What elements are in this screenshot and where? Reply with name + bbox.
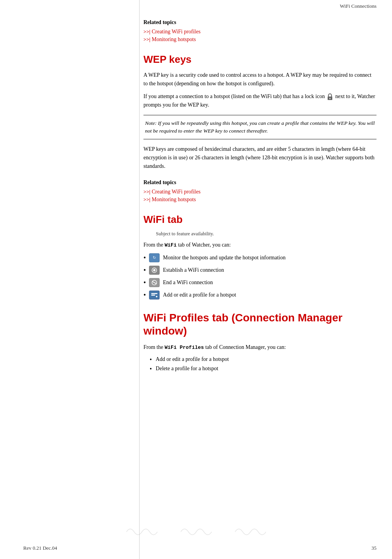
link-text-1-1[interactable]: Creating WiFi profiles [152,29,200,35]
intro-suffix: tab of Connection Manager, you can: [204,344,286,350]
page-content: Related topics >>| Creating WiFi profile… [143,0,376,405]
intro-prefix: From the [143,344,164,350]
svg-rect-11 [151,293,157,294]
connect-icon [149,266,160,275]
wifi-profiles-section: WiFi Profiles tab (Connection Manager wi… [143,311,376,372]
arrow-icon-4: >>| [143,197,150,202]
related-link-1-1[interactable]: >>| Creating WiFi profiles [143,29,376,35]
related-topics-2: Related topics >>| Creating WiFi profile… [143,179,376,203]
wave-left [126,524,157,540]
bullet-item-1: • ↻ Monitor the hotspots and update the … [143,254,376,263]
wave-decoration [0,524,392,540]
footer-rev: Rev 0.21 Dec.04 [23,545,57,551]
wifi-profiles-inline: WiFi Profiles [164,345,204,350]
link-text-2-1[interactable]: Creating WiFi profiles [152,189,200,195]
wave-center [181,524,212,540]
arrow-icon-1: >>| [143,29,150,35]
svg-point-1 [330,98,331,99]
profile-bullet-text-2: Delete a profile for a hotspot [156,366,218,372]
note-text: Note: If you will be repeatedly using th… [145,119,375,135]
page-header: WiFi Connections [0,0,392,12]
link-text-2-2[interactable]: Monitoring hotspots [152,197,196,202]
bullet-text-2: Establish a WiFi connection [163,266,224,274]
svg-rect-12 [151,295,155,296]
profile-bullet-text-1: Add or edit a profile for a hotspot [156,356,229,362]
wifi-profiles-bullets: Add or edit a profile for a hotspot Dele… [150,356,376,373]
related-link-2-2[interactable]: >>| Monitoring hotspots [143,197,376,203]
profile-bullet-2: Delete a profile for a hotspot [150,366,376,373]
related-topics-1: Related topics >>| Creating WiFi profile… [143,19,376,43]
footer-page-number: 35 [371,545,376,551]
svg-text:↻: ↻ [153,255,156,260]
wifi-profiles-heading: WiFi Profiles tab (Connection Manager wi… [143,311,376,337]
arrow-icon-3: >>| [143,189,150,195]
bullet-item-3: • End a WiFi connection [143,279,376,288]
wifi-profiles-intro: From the WiFi Profiles tab of Connection… [143,343,376,352]
bullet-text-3: End a WiFi connection [163,279,213,286]
note-box: Note: If you will be repeatedly using th… [143,115,376,140]
wep-keys-heading: WEP keys [143,53,376,66]
wep-keys-para1: A WEP key is a security code used to con… [143,71,376,88]
link-text-1-2[interactable]: Monitoring hotspots [152,36,196,42]
bullet-text-4: Add or edit a profile for a hotspot [163,291,236,299]
related-topics-label-1: Related topics [143,19,376,26]
wifi-tab-bullets: • ↻ Monitor the hotspots and update the … [143,254,376,300]
wifi-inline: WiFi [164,242,176,248]
related-link-2-1[interactable]: >>| Creating WiFi profiles [143,189,376,195]
bullet-dot-1: • [143,254,146,261]
monitor-icon: ↻ [149,253,160,262]
wep-keys-para2: If you attempt a connection to a hotspot… [143,92,376,109]
wep-keys-para3: WEP keys are composed of hexidecimal cha… [143,145,376,170]
profile-bullet-1: Add or edit a profile for a hotspot [150,356,376,363]
bullet-item-2: • Establish a WiFi connection [143,266,376,276]
bullet-item-4: • Add or edit a profile for a hotspot [143,291,376,300]
left-margin [0,0,140,559]
related-topics-label-2: Related topics [143,179,376,186]
wifi-tab-intro: From the WiFi tab of Watcher, you can: [143,241,376,249]
wave-right [235,524,266,540]
add-profile-icon [149,290,160,300]
wep-keys-section: WEP keys A WEP key is a security code us… [143,53,376,170]
bullet-dot-2: • [143,267,146,274]
bullet-dot-4: • [143,292,146,298]
wep-keys-para2-prefix: If you attempt a connection to a hotspot… [143,93,326,99]
arrow-icon-2: >>| [143,36,150,42]
bullet-dot-3: • [143,279,146,286]
lock-icon [327,93,333,100]
page-footer: Rev 0.21 Dec.04 35 [0,545,392,551]
wifi-tab-section: WiFi tab Subject to feature availability… [143,214,376,300]
feature-note: Subject to feature availability. [156,231,376,237]
wifi-tab-heading: WiFi tab [143,214,376,226]
header-title: WiFi Connections [340,3,376,9]
disconnect-icon [149,278,160,287]
related-link-1-2[interactable]: >>| Monitoring hotspots [143,36,376,43]
svg-point-6 [153,269,155,271]
bullet-text-1: Monitor the hotspots and update the hots… [163,254,285,262]
